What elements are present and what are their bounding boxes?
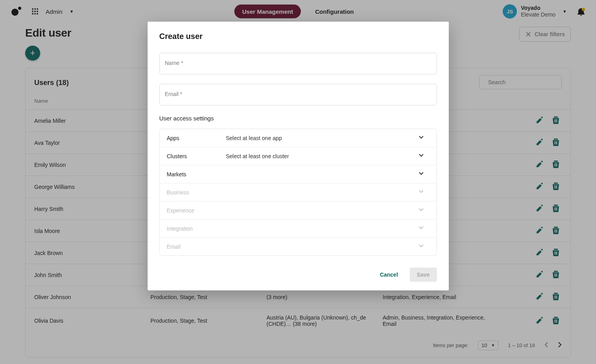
acc-label: Experience: [167, 207, 226, 214]
chevron-down-icon: [418, 153, 429, 159]
acc-label: Business: [167, 189, 226, 196]
acc-item-experience: Experience: [160, 201, 437, 220]
acc-label: Clusters: [167, 153, 226, 159]
chevron-down-icon: [418, 135, 429, 141]
acc-label: Integration: [167, 225, 226, 232]
acc-value: Select at least one cluster: [226, 153, 418, 159]
acc-label: Markets: [167, 171, 226, 177]
acc-item-business: Business: [160, 183, 437, 201]
access-heading: User access settings: [159, 115, 437, 122]
acc-item-clusters[interactable]: ClustersSelect at least one cluster: [160, 147, 437, 165]
email-field[interactable]: [159, 84, 437, 105]
acc-item-integration: Integration: [160, 220, 437, 238]
modal-title: Create user: [159, 32, 437, 41]
chevron-down-icon: [418, 243, 429, 250]
acc-label: Apps: [167, 135, 226, 141]
access-accordion: AppsSelect at least one appClustersSelec…: [159, 129, 437, 256]
create-user-modal: Create user Name * Email * User access s…: [148, 22, 449, 290]
modal-overlay: Create user Name * Email * User access s…: [0, 0, 596, 364]
acc-label: Email: [167, 244, 226, 250]
chevron-down-icon: [418, 225, 429, 232]
acc-item-apps[interactable]: AppsSelect at least one app: [160, 129, 437, 147]
acc-value: Select at least one app: [226, 135, 418, 141]
acc-item-markets[interactable]: Markets: [160, 165, 437, 183]
name-field[interactable]: [159, 53, 437, 74]
acc-item-email: Email: [160, 238, 437, 255]
save-button[interactable]: Save: [410, 268, 437, 282]
cancel-button[interactable]: Cancel: [378, 268, 400, 282]
chevron-down-icon: [418, 189, 429, 196]
chevron-down-icon: [418, 207, 429, 214]
chevron-down-icon: [418, 171, 429, 177]
